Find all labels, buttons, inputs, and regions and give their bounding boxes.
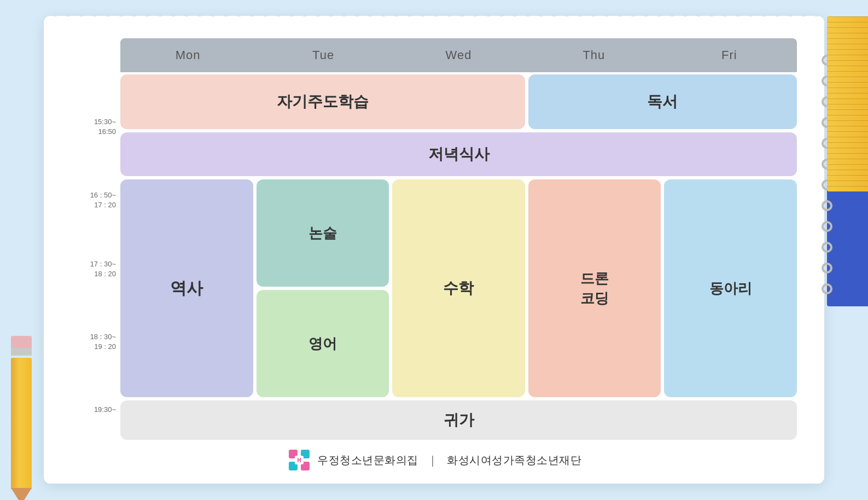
cell-home: 귀가 — [120, 400, 797, 440]
cell-jagi: 자기주도학습 — [120, 74, 525, 129]
time-slot-5: 19:30~ — [71, 390, 116, 429]
footer: H 우정청소년문화의집 ｜ 화성시여성가족청소년재단 — [287, 447, 581, 473]
header-mon: Mon — [120, 38, 255, 72]
org-logo: H — [287, 447, 312, 473]
row-activities: 역사 논술 영어 수학 — [120, 179, 797, 397]
time-slot-2: 16 : 50~ 17 : 20 — [71, 177, 116, 224]
time-slot-3: 17 : 30~ 18 : 20 — [71, 245, 116, 294]
header-tue: Tue — [255, 38, 391, 72]
schedule-grid: Mon Tue Wed Thu Fri 자기주도학습 독서 — [120, 38, 797, 440]
cell-tue-wrap: 논술 영어 — [257, 179, 389, 397]
cell-dokseo: 독서 — [528, 74, 797, 129]
cell-history: 역사 — [120, 179, 253, 397]
svg-text:H: H — [297, 457, 301, 463]
footer-divider: ｜ — [427, 453, 439, 468]
header-row: Mon Tue Wed Thu Fri — [120, 38, 797, 72]
cell-club: 동아리 — [664, 179, 797, 397]
content-area: 자기주도학습 독서 저녁식사 역사 — [120, 74, 797, 440]
footer-org1: 우정청소년문화의집 — [317, 453, 418, 468]
header-fri: Fri — [662, 38, 797, 72]
time-slot-1: 15:30~ 16:50 — [71, 98, 116, 156]
cell-drone: 드론 코딩 — [528, 179, 661, 397]
row-home: 귀가 — [120, 400, 797, 440]
row-dinner: 저녁식사 — [120, 132, 797, 176]
ruler-decoration — [827, 16, 868, 191]
paper-container: 15:30~ 16:50 16 : 50~ 17 : 20 17 : 30~ 1… — [44, 16, 824, 484]
cell-math: 수학 — [392, 179, 525, 397]
header-wed: Wed — [391, 38, 526, 72]
time-column: 15:30~ 16:50 16 : 50~ 17 : 20 17 : 30~ 1… — [71, 38, 120, 440]
cell-dinner: 저녁식사 — [120, 132, 797, 176]
header-thu: Thu — [526, 38, 661, 72]
pencil-decoration — [0, 336, 55, 489]
schedule-wrapper: 15:30~ 16:50 16 : 50~ 17 : 20 17 : 30~ 1… — [71, 38, 797, 440]
time-slot-4: 18 : 30~ 19 : 20 — [71, 315, 116, 369]
footer-org2: 화성시여성가족청소년재단 — [447, 453, 581, 468]
row-jagi-dokseo: 자기주도학습 독서 — [120, 74, 797, 129]
cell-nonsul: 논술 — [257, 179, 389, 287]
cell-english: 영어 — [257, 290, 389, 397]
